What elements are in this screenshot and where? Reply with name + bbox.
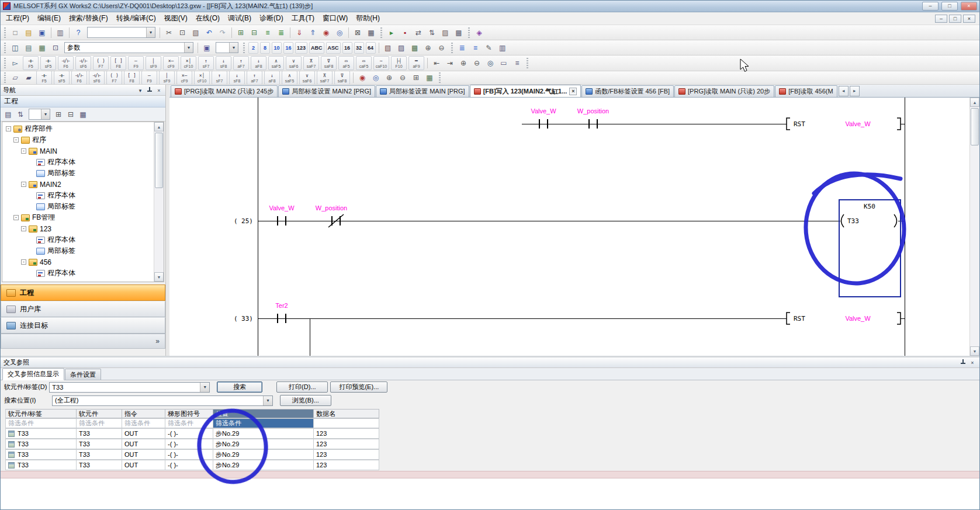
tree-item-program-parts[interactable]: - 程序部件 (2, 123, 154, 134)
tb4-op-rising-icon[interactable]: ∧ saF5 (282, 71, 297, 85)
navigation-window-icon[interactable]: ◫ (9, 41, 22, 54)
mdi-restore-button[interactable]: □ (949, 15, 961, 23)
quick-access-combo[interactable]: ▾ (87, 27, 155, 38)
device-comment-icon[interactable]: ▧ (382, 41, 394, 54)
read-mode-icon[interactable]: ▰ (22, 71, 35, 84)
tab-fb-read-456[interactable]: [FB]读取 456(M (775, 85, 837, 97)
paste-icon[interactable]: ▧ (189, 26, 202, 39)
delete-horizontal-line-icon[interactable]: ×— cF9 (163, 56, 179, 70)
tb4-op-falling-icon[interactable]: ∨ saF6 (299, 71, 315, 85)
invert-result-falling-icon[interactable]: ⊽ saF8 (321, 56, 337, 70)
tb4-closed-contact-branch-icon[interactable]: ⊣/⊢ sF6 (89, 71, 105, 85)
tree-item-fb-management[interactable]: - FB管理 (2, 212, 154, 223)
filter-cell[interactable]: 筛选条件 (165, 418, 213, 428)
rising-pulse-branch-icon[interactable]: ↑ aF7 (233, 56, 249, 70)
menu-convert-compile[interactable]: 转换/编译(C) (112, 12, 160, 25)
tab-scroll-right-button[interactable]: ► (850, 86, 860, 96)
tree-item-main-local-label[interactable]: 局部标签 (2, 168, 154, 179)
write-to-plc-icon[interactable]: ⇓ (293, 26, 306, 39)
filter-cell[interactable]: 筛选条件 (122, 418, 165, 428)
tree-expander-icon[interactable] (29, 248, 34, 254)
tree-scrollbar[interactable]: ▲ ▼ (154, 122, 164, 282)
convert-all-icon[interactable]: ≣ (275, 26, 288, 39)
comment-display-icon[interactable]: ▦ (423, 71, 436, 84)
crossref-tab-info-display[interactable]: 交叉参照信息显示 (2, 368, 64, 380)
monitor-stop-icon[interactable]: ◎ (333, 26, 346, 39)
tree-item-main[interactable]: - MAIN (2, 145, 154, 157)
menu-window[interactable]: 窗口(W) (318, 12, 352, 25)
tree-scrollbar-thumb[interactable] (155, 133, 163, 188)
filter-cell[interactable]: 筛选条件 (77, 418, 122, 428)
filter-cell[interactable]: 筛选条件 (5, 418, 77, 428)
nav-expand-all-icon[interactable]: ⊞ (53, 109, 64, 120)
docking-help-icon[interactable]: ▣ (200, 41, 213, 54)
tree-item-456-program-body[interactable]: 程序本体 (2, 268, 154, 279)
crossref-pin-icon[interactable] (960, 359, 967, 366)
tree-item-main2-program-body[interactable]: 程序本体 (2, 190, 154, 201)
menu-diagnostics[interactable]: 诊断(D) (255, 12, 288, 25)
tree-expander-icon[interactable]: - (21, 259, 26, 265)
mdi-close-button[interactable]: × (963, 15, 975, 23)
jump-start-icon[interactable]: ⇤ (430, 57, 443, 70)
title-bar[interactable]: MELSOFT系列 GX Works2 C:\Users\ZY-DQ001\De… (1, 1, 979, 12)
open-project-icon[interactable]: ▤ (22, 26, 35, 39)
tree-expander-icon[interactable] (29, 204, 34, 209)
open-contact-icon[interactable]: ⊣⊢ F5 (23, 56, 39, 70)
display-octal-icon[interactable]: 8 (260, 42, 270, 54)
scroll-down-button[interactable]: ▼ (970, 346, 979, 356)
chevron-more-icon[interactable]: » (155, 337, 160, 345)
falling-pulse-icon[interactable]: ↓ sF8 (216, 56, 231, 70)
tb4-open-contact-icon[interactable]: ⊣⊢ F5 (36, 71, 52, 85)
read-from-plc-icon[interactable]: ⇑ (306, 26, 319, 39)
parameter-icon[interactable]: ▨ (439, 26, 452, 39)
tree-expander-icon[interactable] (29, 237, 34, 242)
tab-local-label-main[interactable]: 局部标签设置 MAIN [PRG] (376, 85, 469, 97)
nav-button-connection-destination[interactable]: 连接目标 (1, 317, 165, 334)
device-combo[interactable]: T33 ▾ (49, 382, 210, 393)
display-ascii-icon[interactable]: ASC (326, 42, 341, 54)
tb4-closed-contact-icon[interactable]: ⊣/⊢ F6 (71, 71, 87, 85)
nav-filter-dropdown[interactable]: ▾ (29, 109, 50, 120)
tree-item-main-program-body[interactable]: 程序本体 (2, 157, 154, 168)
select-mode-icon[interactable]: ▻ (9, 57, 22, 70)
label-edit-icon[interactable]: ✎ (483, 41, 496, 54)
memory-icon[interactable]: ▩ (452, 26, 465, 39)
column-header[interactable]: 梯形图符号 (165, 409, 213, 418)
display-string-icon[interactable]: ABC (309, 42, 324, 54)
invert-icon[interactable]: ∼ caF10 (373, 56, 389, 70)
print-button[interactable]: 打印(D)... (276, 381, 328, 393)
tree-item-fb-456[interactable]: - 456 (2, 256, 154, 268)
convert-icon[interactable]: ≡ (261, 26, 274, 39)
function-block-selection-icon[interactable]: ▤ (22, 41, 35, 54)
tree-expander-icon[interactable] (29, 159, 34, 165)
find-device-icon[interactable]: ◎ (484, 57, 497, 70)
delete-vertical-line-icon[interactable]: ×│ cF10 (181, 56, 196, 70)
simulation-start-icon[interactable]: ▸ (385, 26, 398, 39)
tree-expander-icon[interactable] (29, 270, 34, 276)
close-button[interactable]: × (961, 2, 977, 11)
horizontal-line-input-icon[interactable]: ├┤ F10 (391, 56, 407, 70)
nav-display-setting-icon[interactable]: ▤ (2, 109, 14, 120)
column-header[interactable]: 软元件/标签 (5, 409, 77, 418)
copy-icon[interactable]: ⊡ (176, 26, 189, 39)
transfer-setup-icon[interactable]: ⇅ (425, 26, 438, 39)
tb4-falling-branch-icon[interactable]: ↓ aF8 (264, 71, 280, 85)
print-icon[interactable]: ▥ (54, 26, 67, 39)
monitor-write-icon[interactable]: ◉ (356, 71, 369, 84)
grid-display-icon[interactable]: ⊞ (410, 71, 423, 84)
column-header[interactable]: 位置 (213, 409, 314, 418)
tree-expander-icon[interactable]: - (6, 126, 11, 131)
write-mode-icon[interactable]: ▱ (9, 71, 22, 84)
monitor-read-icon[interactable]: ◎ (369, 71, 382, 84)
operation-falling-icon[interactable]: ∨ saF6 (286, 56, 302, 70)
tb4-delete-horizontal-icon[interactable]: ×— cF9 (176, 71, 192, 85)
nav-button-project[interactable]: 工程 (1, 285, 165, 301)
tb4-application-instruction-icon[interactable]: [ ] F8 (124, 71, 140, 85)
nav-sort-icon[interactable]: ⇅ (15, 109, 26, 120)
coil-icon[interactable]: ( ) F7 (93, 56, 109, 70)
tree-expander-icon[interactable]: - (13, 137, 19, 143)
zoom2-out-icon[interactable]: ⊖ (396, 71, 409, 84)
closed-contact-branch-icon[interactable]: ⊣/⊢ sF6 (75, 56, 91, 70)
search-location-combo[interactable]: (全工程) ▾ (52, 395, 273, 406)
cross-reference-icon[interactable]: ≣ (456, 41, 469, 54)
